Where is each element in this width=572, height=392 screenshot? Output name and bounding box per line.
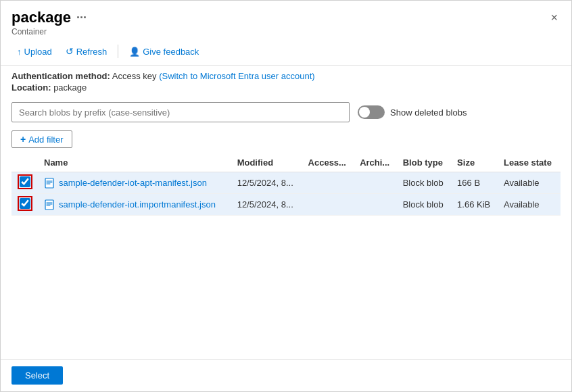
col-blob-type: Blob type xyxy=(398,153,452,172)
row-modified-0: 12/5/2024, 8... xyxy=(232,172,303,194)
auth-method-label: Authentication method: xyxy=(11,71,110,81)
col-name: Name xyxy=(39,153,232,172)
svg-rect-1 xyxy=(45,200,53,210)
add-filter-button[interactable]: + Add filter xyxy=(11,130,72,148)
feedback-button[interactable]: 👤 Give feedback xyxy=(124,44,204,59)
show-deleted-toggle[interactable] xyxy=(358,105,385,119)
auth-method-value: Access key xyxy=(112,71,159,81)
row-archive-0 xyxy=(354,172,398,194)
panel-subtitle: Container xyxy=(11,27,87,36)
refresh-icon: ↺ xyxy=(66,46,74,57)
auth-switch-link[interactable]: (Switch to Microsoft Entra user account) xyxy=(159,71,314,81)
col-access: Access... xyxy=(303,153,355,172)
row-lease-state-0: Available xyxy=(498,172,561,194)
panel-title: package ··· xyxy=(11,9,87,26)
file-name-cell: sample-defender-iot-apt-manifest.json xyxy=(44,178,227,189)
feedback-icon: 👤 xyxy=(129,47,140,57)
row-size-1: 1.66 KiB xyxy=(452,194,498,216)
panel-title-area: package ··· Container xyxy=(11,9,87,36)
show-deleted-label: Show deleted blobs xyxy=(390,107,467,118)
col-checkbox xyxy=(11,153,39,172)
row-checkbox-cell xyxy=(11,194,39,216)
location-value: package xyxy=(53,82,87,93)
panel-title-text: package xyxy=(11,9,71,26)
row-archive-1 xyxy=(354,194,398,216)
panel-header: package ··· Container × xyxy=(1,1,571,39)
upload-button[interactable]: ↑ Upload xyxy=(11,44,57,59)
toolbar-divider xyxy=(118,45,118,58)
row-name-1: sample-defender-iot.importmanifest.json xyxy=(39,194,232,216)
panel-footer: Select xyxy=(1,359,571,391)
filter-row: + Add filter xyxy=(1,126,571,153)
blobs-table: Name Modified Access... Archi... Blob ty… xyxy=(11,153,561,216)
row-checkbox-1[interactable] xyxy=(20,198,30,209)
col-size: Size xyxy=(452,153,498,172)
select-button[interactable]: Select xyxy=(11,366,63,385)
col-lease-state: Lease state xyxy=(498,153,561,172)
file-link-0[interactable]: sample-defender-iot-apt-manifest.json xyxy=(59,178,207,188)
upload-label: Upload xyxy=(24,47,52,57)
add-filter-icon: + xyxy=(20,134,26,145)
col-modified: Modified xyxy=(232,153,303,172)
row-modified-1: 12/5/2024, 8... xyxy=(232,194,303,216)
row-name-0: sample-defender-iot-apt-manifest.json xyxy=(39,172,232,194)
table-row: sample-defender-iot-apt-manifest.json 12… xyxy=(11,172,561,194)
table-row: sample-defender-iot.importmanifest.json … xyxy=(11,194,561,216)
auth-info: Authentication method: Access key (Switc… xyxy=(1,66,571,98)
file-icon xyxy=(44,199,55,210)
row-access-1 xyxy=(303,194,355,216)
svg-rect-0 xyxy=(45,178,53,188)
close-button[interactable]: × xyxy=(548,9,561,26)
row-checkbox-cell xyxy=(11,172,39,194)
panel: package ··· Container × ↑ Upload ↺ Refre… xyxy=(0,0,572,392)
file-icon xyxy=(44,178,55,189)
col-archive: Archi... xyxy=(354,153,398,172)
row-blob-type-1: Block blob xyxy=(398,194,452,216)
row-size-0: 166 B xyxy=(452,172,498,194)
location-label: Location: xyxy=(11,82,51,93)
refresh-button[interactable]: ↺ Refresh xyxy=(60,43,113,59)
row-lease-state-1: Available xyxy=(498,194,561,216)
search-row: Show deleted blobs xyxy=(1,98,571,126)
row-access-0 xyxy=(303,172,355,194)
file-link-1[interactable]: sample-defender-iot.importmanifest.json xyxy=(59,199,216,210)
row-blob-type-0: Block blob xyxy=(398,172,452,194)
location-line: Location: package xyxy=(11,82,561,93)
toggle-area: Show deleted blobs xyxy=(358,105,467,119)
search-input[interactable] xyxy=(11,102,350,122)
table-header-row: Name Modified Access... Archi... Blob ty… xyxy=(11,153,561,172)
upload-icon: ↑ xyxy=(17,47,22,57)
refresh-label: Refresh xyxy=(76,47,108,57)
add-filter-label: Add filter xyxy=(28,134,63,145)
feedback-label: Give feedback xyxy=(143,47,199,57)
file-name-cell: sample-defender-iot.importmanifest.json xyxy=(44,199,227,210)
row-checkbox-0[interactable] xyxy=(20,176,30,187)
table-container: Name Modified Access... Archi... Blob ty… xyxy=(1,153,571,359)
toolbar: ↑ Upload ↺ Refresh 👤 Give feedback xyxy=(1,39,571,66)
auth-method-line: Authentication method: Access key (Switc… xyxy=(11,71,561,81)
panel-title-ellipsis[interactable]: ··· xyxy=(76,11,87,25)
